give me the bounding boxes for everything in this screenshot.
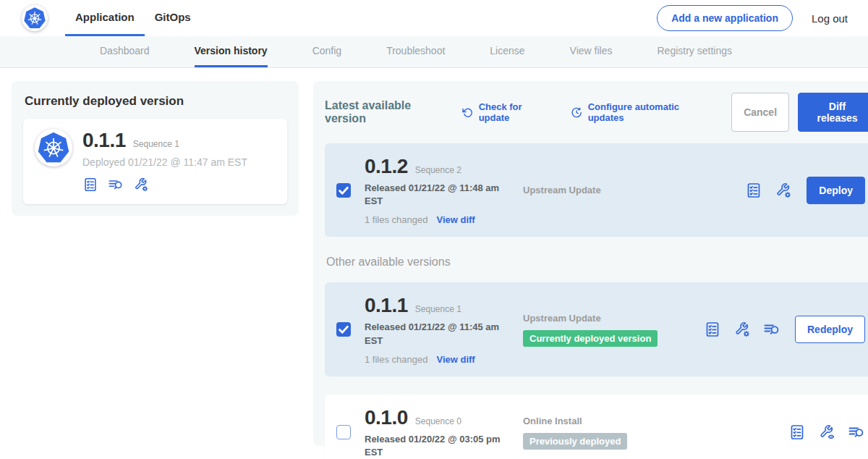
view-diff-link[interactable]: View diff xyxy=(436,214,475,225)
release-notes-icon[interactable] xyxy=(704,321,721,338)
version-info: 0.1.2 Sequence 2 Released 01/21/22 @ 11:… xyxy=(365,155,510,225)
deploy-logs-icon[interactable] xyxy=(108,177,124,193)
deployed-version-card: 0.1.1 Sequence 1 Deployed 01/21/22 @ 11:… xyxy=(23,119,287,204)
version-checkbox[interactable] xyxy=(336,425,351,439)
version-row-0-1-0: 0.1.0 Sequence 0 Released 01/20/22 @ 03:… xyxy=(325,395,868,459)
currently-deployed-badge: Currently deployed version xyxy=(523,330,658,347)
subnav-item-registry-settings[interactable]: Registry settings xyxy=(657,36,731,67)
app-subnav: Dashboard Version history Config Trouble… xyxy=(0,36,868,68)
diff-releases-button[interactable]: Diff releases xyxy=(798,93,868,132)
release-notes-icon[interactable] xyxy=(745,182,762,199)
version-checkbox[interactable] xyxy=(336,322,351,337)
add-new-application-button[interactable]: Add a new application xyxy=(657,5,793,31)
version-info: 0.1.0 Sequence 0 Released 01/20/22 @ 03:… xyxy=(365,406,510,459)
view-config-icon[interactable] xyxy=(818,424,835,441)
edit-config-icon[interactable] xyxy=(775,182,792,199)
subnav-item-troubleshoot[interactable]: Troubleshoot xyxy=(386,36,445,67)
deploy-button[interactable]: Deploy xyxy=(807,177,865,204)
version-number: 0.1.2 xyxy=(365,155,408,178)
deployed-timestamp: Deployed 01/21/22 @ 11:47 am EST xyxy=(82,156,247,168)
edit-config-icon[interactable] xyxy=(733,321,751,338)
check-for-update-label: Check for update xyxy=(479,101,553,123)
source-label: Upstream Update xyxy=(523,313,704,324)
refresh-icon xyxy=(461,106,473,119)
other-versions-label: Other available versions xyxy=(326,256,868,269)
currently-deployed-panel: Currently deployed version 0.1.1 Sequenc… xyxy=(12,81,299,216)
subnav-item-config[interactable]: Config xyxy=(312,36,341,67)
version-row-0-1-1: 0.1.1 Sequence 1 Released 01/21/22 @ 11:… xyxy=(325,282,868,376)
version-sequence: Sequence 2 xyxy=(415,165,461,175)
version-sequence: Sequence 1 xyxy=(415,304,461,314)
logout-button[interactable]: Log out xyxy=(812,12,848,25)
kubernetes-logo-icon xyxy=(22,5,48,31)
released-timestamp: Released 01/21/22 @ 11:45 am EST xyxy=(365,321,503,347)
deploy-logs-icon[interactable] xyxy=(763,321,780,338)
version-info: 0.1.1 Sequence 1 Released 01/21/22 @ 11:… xyxy=(365,294,510,364)
topnav-tab-gitops[interactable]: GitOps xyxy=(145,0,201,36)
deployed-version-number: 0.1.1 xyxy=(82,129,126,152)
previously-deployed-badge: Previously deployed xyxy=(523,433,627,450)
main-content: Currently deployed version 0.1.1 Sequenc… xyxy=(0,68,868,446)
topnav-tab-application[interactable]: Application xyxy=(65,0,145,36)
subnav-item-dashboard[interactable]: Dashboard xyxy=(100,36,150,67)
redeploy-button[interactable]: Redeploy xyxy=(795,316,865,343)
source-label: Online Install xyxy=(523,416,704,426)
version-source: Upstream Update Currently deployed versi… xyxy=(523,313,704,347)
subnav-item-view-files[interactable]: View files xyxy=(570,36,613,67)
configure-auto-updates-label: Configure automatic updates xyxy=(588,101,712,123)
subnav-item-license[interactable]: License xyxy=(490,36,524,67)
released-timestamp: Released 01/20/22 @ 03:05 pm EST xyxy=(365,433,503,459)
files-changed-label: 1 files changed xyxy=(365,354,427,365)
kubernetes-app-icon xyxy=(35,129,72,167)
version-sequence: Sequence 0 xyxy=(415,416,461,426)
view-diff-link[interactable]: View diff xyxy=(436,354,475,365)
latest-version-header: Latest available version Check for updat… xyxy=(325,93,868,132)
version-source: Upstream Update xyxy=(523,185,704,195)
app-brand xyxy=(22,0,48,36)
latest-version-title: Latest available version xyxy=(325,99,450,125)
release-notes-icon[interactable] xyxy=(788,424,806,441)
released-timestamp: Released 01/21/22 @ 11:48 am EST xyxy=(365,182,503,208)
version-row-0-1-2: 0.1.2 Sequence 2 Released 01/21/22 @ 11:… xyxy=(325,143,868,237)
subnav-item-version-history[interactable]: Version history xyxy=(195,36,268,67)
files-changed-label: 1 files changed xyxy=(365,214,427,225)
topnav-right-group: Add a new application Log out xyxy=(657,0,848,36)
clock-refresh-icon xyxy=(571,106,582,119)
version-number: 0.1.0 xyxy=(365,406,408,429)
deployed-version-details: 0.1.1 Sequence 1 Deployed 01/21/22 @ 11:… xyxy=(82,129,247,193)
top-nav-bar: Application GitOps Add a new application… xyxy=(0,0,868,36)
edit-config-icon[interactable] xyxy=(133,177,149,193)
release-notes-icon[interactable] xyxy=(82,177,98,193)
cancel-button[interactable]: Cancel xyxy=(731,93,789,132)
source-label: Upstream Update xyxy=(523,185,704,195)
check-for-update-link[interactable]: Check for update xyxy=(461,101,552,123)
deployed-version-sequence: Sequence 1 xyxy=(133,139,179,149)
version-checkbox[interactable] xyxy=(336,183,351,198)
version-number: 0.1.1 xyxy=(365,294,408,317)
version-history-panel: Latest available version Check for updat… xyxy=(313,81,868,446)
currently-deployed-title: Currently deployed version xyxy=(25,94,287,109)
configure-auto-updates-link[interactable]: Configure automatic updates xyxy=(571,101,712,123)
version-source: Online Install Previously deployed xyxy=(523,416,704,450)
deploy-logs-icon[interactable] xyxy=(848,424,865,441)
